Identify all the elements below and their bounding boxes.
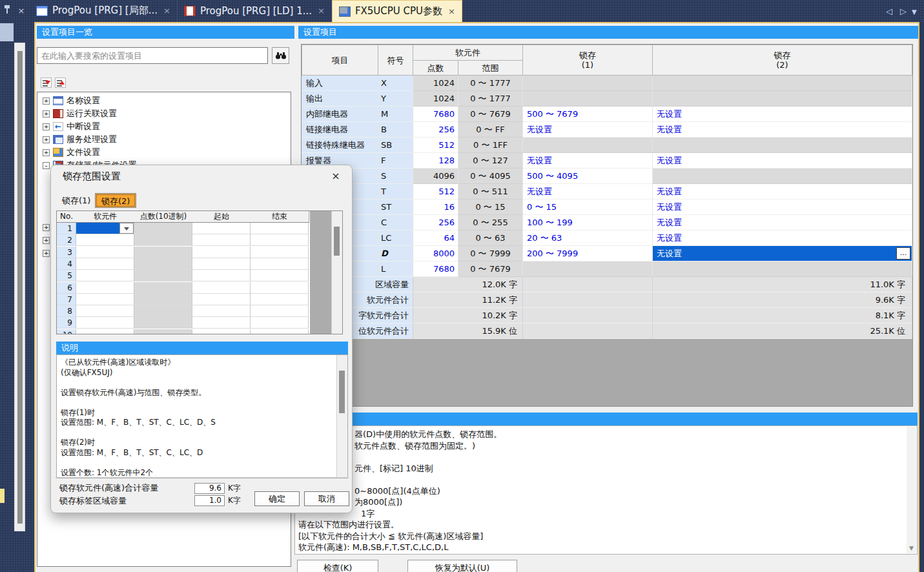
tab-list-dropdown-icon[interactable]: ▼ — [912, 8, 917, 15]
end-cell[interactable] — [251, 329, 309, 334]
device-points-cell[interactable]: 256 — [413, 122, 458, 138]
tree-expander[interactable]: + — [43, 250, 50, 257]
tree-expander[interactable]: - — [43, 162, 50, 169]
device-symbol-cell[interactable]: S — [378, 169, 413, 184]
device-select-cell[interactable] — [76, 305, 134, 317]
device-points-cell[interactable]: 64 — [413, 230, 458, 246]
start-cell[interactable] — [192, 282, 251, 294]
device-points-cell[interactable]: 512 — [413, 184, 458, 199]
end-cell[interactable] — [251, 282, 309, 294]
device-select-cell[interactable] — [76, 270, 134, 281]
tree-expander[interactable]: + — [43, 97, 50, 105]
end-cell[interactable] — [251, 234, 309, 246]
latch2-cell[interactable]: 无设置... — [653, 246, 912, 261]
end-cell[interactable] — [251, 294, 309, 305]
latch2-cell[interactable] — [653, 138, 912, 153]
start-cell[interactable] — [192, 234, 251, 246]
sidebar-item-name-settings[interactable]: +名称设置 — [43, 95, 100, 107]
device-points-cell[interactable]: 16 — [413, 199, 458, 215]
device-select-cell[interactable] — [76, 317, 134, 329]
points-cell[interactable] — [134, 234, 192, 246]
latch2-cell[interactable]: 无设置 — [653, 230, 912, 246]
device-points-cell[interactable]: 512 — [413, 138, 458, 153]
tree-expander[interactable]: + — [43, 149, 50, 156]
sidebar-item-run-settings[interactable]: +运行关联设置 — [43, 108, 117, 119]
device-points-cell[interactable]: 4096 — [413, 169, 458, 184]
latch2-cell[interactable] — [653, 169, 912, 184]
device-select-cell[interactable] — [76, 329, 134, 334]
points-cell[interactable] — [134, 282, 192, 294]
points-cell[interactable] — [134, 294, 192, 305]
scroll-tabs-left-icon[interactable]: ◁ — [886, 6, 892, 16]
end-cell[interactable] — [251, 270, 309, 281]
search-button[interactable] — [272, 47, 289, 64]
cancel-button[interactable]: 取消 — [304, 491, 349, 506]
device-points-cell[interactable]: 128 — [413, 153, 458, 169]
tab-close-icon[interactable]: × — [162, 6, 172, 15]
start-cell[interactable] — [192, 317, 251, 329]
device-points-cell[interactable]: 1024 — [413, 76, 458, 91]
latch2-cell[interactable] — [653, 261, 912, 277]
scrollbar-thumb[interactable] — [339, 371, 345, 413]
device-select-cell[interactable] — [76, 294, 134, 305]
device-dropdown-button[interactable] — [119, 223, 134, 234]
latch1-cell[interactable]: 500 〜 7679 — [523, 107, 653, 122]
latch1-cell[interactable]: 20 〜 63 — [523, 230, 653, 246]
tab-close-icon[interactable]: × — [316, 6, 326, 15]
grid-scrollbar[interactable] — [331, 211, 342, 334]
tree-expander[interactable]: + — [43, 237, 50, 244]
end-cell[interactable] — [251, 258, 309, 270]
device-name-cell[interactable]: 内部继电器 — [302, 107, 378, 122]
latch1-cell[interactable]: 无设置 — [523, 122, 653, 138]
dialog-tab-latch2[interactable]: 锁存(2) — [95, 193, 136, 208]
device-symbol-cell[interactable]: D — [378, 246, 413, 261]
tab-close-icon[interactable]: × — [447, 6, 457, 16]
sidebar-item-file-settings[interactable]: +文件设置 — [43, 147, 100, 158]
device-symbol-cell[interactable]: Y — [378, 91, 413, 107]
tree-expander[interactable]: + — [43, 123, 50, 130]
autohide-tab[interactable] — [0, 23, 14, 41]
latch2-cell[interactable] — [653, 91, 912, 107]
check-button[interactable]: 检查(K) — [297, 560, 378, 572]
points-cell[interactable] — [134, 329, 192, 334]
tree-expander[interactable]: + — [43, 224, 50, 231]
device-select-cell[interactable] — [76, 282, 134, 294]
points-cell[interactable] — [134, 305, 192, 317]
tree-expander[interactable]: + — [43, 136, 50, 143]
document-tab[interactable]: FX5UCPU CPU参数× — [332, 0, 462, 22]
sidebar-item-interrupt-settings[interactable]: +←中断设置 — [43, 121, 100, 132]
device-name-cell[interactable]: 输出 — [302, 91, 378, 107]
end-cell[interactable] — [251, 317, 309, 329]
end-cell[interactable] — [251, 223, 309, 234]
start-cell[interactable] — [192, 258, 251, 270]
dialog-tab-latch1[interactable]: 锁存(1) — [56, 193, 96, 208]
start-cell[interactable] — [192, 270, 251, 281]
desc-scrollbar[interactable] — [336, 355, 347, 478]
device-points-cell[interactable]: 7680 — [413, 107, 458, 122]
device-symbol-cell[interactable]: F — [378, 153, 413, 169]
device-name-cell[interactable]: 输入 — [302, 76, 378, 91]
device-select-cell[interactable] — [76, 223, 134, 234]
latch1-cell[interactable] — [523, 261, 653, 277]
device-symbol-cell[interactable]: ST — [378, 199, 413, 215]
device-symbol-cell[interactable]: M — [378, 107, 413, 122]
explanation-scrollbar[interactable]: ▼ — [907, 427, 916, 553]
device-symbol-cell[interactable]: LC — [378, 230, 413, 246]
scroll-down-icon[interactable]: ▼ — [907, 544, 916, 553]
latch1-cell[interactable]: 200 〜 7999 — [523, 246, 653, 261]
device-name-cell[interactable]: 链接特殊继电器 — [302, 138, 378, 153]
scroll-tabs-right-icon[interactable]: ▷ — [900, 6, 907, 16]
start-cell[interactable] — [192, 305, 251, 317]
points-cell[interactable] — [134, 223, 192, 234]
points-cell[interactable] — [134, 270, 192, 281]
points-cell[interactable] — [134, 317, 192, 329]
device-symbol-cell[interactable]: B — [378, 122, 413, 138]
latch2-cell[interactable]: 无设置 — [653, 199, 912, 215]
scrollbar-thumb[interactable] — [17, 51, 23, 524]
latch2-cell[interactable] — [653, 76, 912, 91]
latch2-cell[interactable]: 无设置 — [653, 184, 912, 199]
start-cell[interactable] — [192, 294, 251, 305]
latch2-cell[interactable]: 无设置 — [653, 107, 912, 122]
end-cell[interactable] — [251, 247, 309, 258]
tree-expander[interactable]: + — [43, 110, 50, 117]
